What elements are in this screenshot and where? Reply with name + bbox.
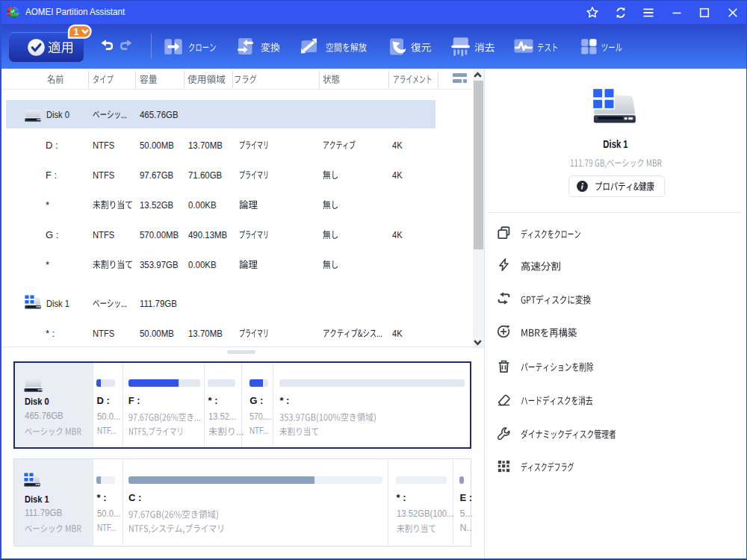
svg-text:1: 1 bbox=[73, 26, 79, 37]
